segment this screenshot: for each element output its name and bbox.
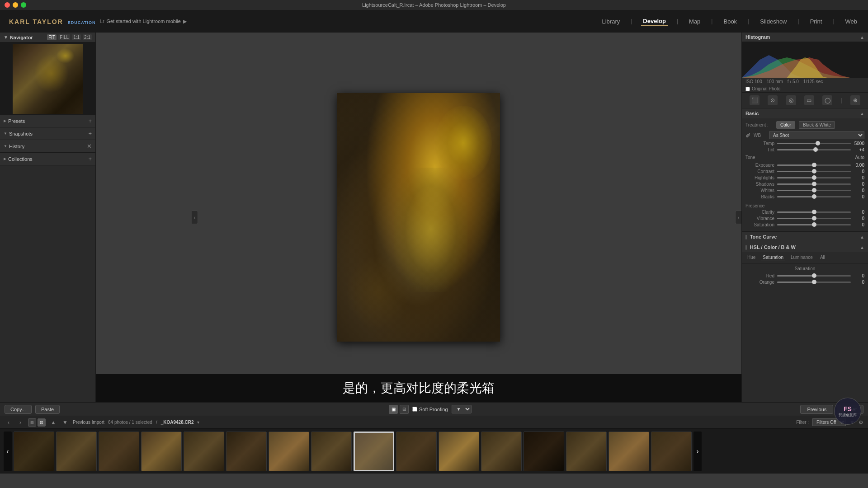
shadows-thumb[interactable] bbox=[812, 182, 816, 186]
minimize-button[interactable] bbox=[13, 2, 18, 8]
zoom-1to1[interactable]: 1:1 bbox=[72, 34, 81, 40]
exposure-thumb[interactable] bbox=[812, 163, 816, 167]
hsl-tab-hue[interactable]: Hue bbox=[745, 254, 757, 261]
window-controls[interactable] bbox=[5, 2, 26, 8]
tone-curve-header[interactable]: ▌ Tone Curve ▲ bbox=[742, 232, 868, 242]
bw-button[interactable]: Black & White bbox=[799, 121, 835, 129]
histogram-expand-icon[interactable]: ▲ bbox=[860, 35, 864, 40]
nav-web[interactable]: Web bbox=[844, 17, 859, 26]
previous-button[interactable]: Previous bbox=[800, 405, 833, 414]
vibrance-slider[interactable] bbox=[777, 218, 851, 219]
filmstrip-right-arrow[interactable]: › bbox=[693, 432, 702, 471]
original-photo-checkbox[interactable] bbox=[745, 87, 750, 91]
nav-library[interactable]: Library bbox=[600, 17, 622, 26]
color-button[interactable]: Color bbox=[776, 121, 795, 129]
thumb-item[interactable] bbox=[439, 432, 479, 471]
red-thumb[interactable] bbox=[812, 273, 816, 278]
compare-view-btn[interactable]: ⊟ bbox=[400, 405, 409, 414]
temp-thumb[interactable] bbox=[816, 141, 820, 145]
filmstrip-nav-down[interactable]: ▼ bbox=[61, 418, 69, 427]
presets-add-icon[interactable]: + bbox=[88, 117, 92, 124]
crop-tool[interactable]: ⬛ bbox=[750, 95, 760, 105]
highlights-thumb[interactable] bbox=[812, 175, 816, 180]
exposure-slider[interactable] bbox=[777, 164, 851, 166]
red-slider[interactable] bbox=[777, 275, 851, 277]
blacks-slider[interactable] bbox=[777, 196, 851, 197]
filmstrip-nav-up[interactable]: ▲ bbox=[49, 418, 57, 427]
paste-button[interactable]: Paste bbox=[35, 405, 60, 414]
collections-header[interactable]: ▶ Collections + bbox=[0, 153, 95, 165]
single-view-btn[interactable]: ▣ bbox=[389, 405, 398, 414]
vibrance-thumb[interactable] bbox=[812, 216, 816, 221]
filmstrip-prev-nav[interactable]: ‹ bbox=[5, 418, 13, 427]
tint-thumb[interactable] bbox=[813, 147, 818, 152]
presets-header[interactable]: ▶ Presets + bbox=[0, 115, 95, 127]
zoom-fit[interactable]: FIT bbox=[47, 34, 57, 40]
history-close-icon[interactable]: ✕ bbox=[87, 143, 92, 150]
filmstrip-settings-btn[interactable]: ⚙ bbox=[859, 419, 863, 426]
temp-slider[interactable] bbox=[777, 143, 851, 144]
whites-slider[interactable] bbox=[777, 190, 851, 191]
snapshots-add-icon[interactable]: + bbox=[88, 130, 92, 137]
basic-section-header[interactable]: Basic ▲ bbox=[742, 108, 868, 118]
filmstrip-filename[interactable]: _KOA9428.CR2 bbox=[161, 420, 194, 425]
thumb-item[interactable] bbox=[14, 432, 54, 471]
hsl-tab-saturation[interactable]: Saturation bbox=[761, 254, 785, 261]
soft-proofing-checkbox[interactable] bbox=[412, 407, 417, 412]
wb-dropdown[interactable]: As Shot bbox=[769, 131, 864, 139]
navigator-preview[interactable] bbox=[0, 42, 95, 115]
thumb-item-selected[interactable] bbox=[354, 432, 394, 471]
filmstrip-filename-dropdown[interactable]: ▾ bbox=[197, 420, 199, 425]
copy-button[interactable]: Copy... bbox=[5, 405, 32, 414]
tone-auto[interactable]: Auto bbox=[855, 155, 864, 160]
filmstrip-grid-btn[interactable]: ⊞ bbox=[28, 418, 36, 427]
highlights-slider[interactable] bbox=[777, 177, 851, 178]
collections-add-icon[interactable]: + bbox=[88, 155, 92, 162]
thumb-item[interactable] bbox=[524, 432, 564, 471]
thumb-item[interactable] bbox=[184, 432, 224, 471]
hsl-header[interactable]: ▌ HSL / Color / B & W ▲ bbox=[742, 242, 868, 252]
nav-print[interactable]: Print bbox=[808, 17, 824, 26]
filmstrip-left-arrow[interactable]: ‹ bbox=[4, 432, 12, 471]
saturation-thumb[interactable] bbox=[812, 222, 816, 227]
thumb-item[interactable] bbox=[56, 432, 97, 471]
contrast-slider[interactable] bbox=[777, 171, 851, 172]
tint-slider[interactable] bbox=[777, 149, 851, 150]
wb-eyedropper[interactable]: ✐ bbox=[745, 132, 751, 139]
maximize-button[interactable] bbox=[21, 2, 26, 8]
saturation-slider[interactable] bbox=[777, 224, 851, 225]
orange-slider[interactable] bbox=[777, 282, 851, 283]
close-button[interactable] bbox=[5, 2, 10, 8]
thumb-item[interactable] bbox=[226, 432, 267, 471]
zoom-fill[interactable]: FILL bbox=[58, 34, 70, 40]
nav-book[interactable]: Book bbox=[722, 17, 739, 26]
spot-removal-tool[interactable]: ⊙ bbox=[768, 95, 778, 105]
thumb-item[interactable] bbox=[141, 432, 182, 471]
thumb-item[interactable] bbox=[99, 432, 139, 471]
filmstrip-loupe-btn[interactable]: ⊡ bbox=[38, 418, 46, 427]
orange-thumb[interactable] bbox=[812, 280, 816, 284]
redeye-tool[interactable]: ◎ bbox=[786, 95, 796, 105]
navigator-collapse-icon[interactable]: ▼ bbox=[4, 35, 8, 40]
whites-thumb[interactable] bbox=[812, 188, 816, 192]
blacks-thumb[interactable] bbox=[812, 194, 816, 199]
nav-develop[interactable]: Develop bbox=[641, 17, 668, 26]
adjustment-brush-tool[interactable]: ⊕ bbox=[850, 95, 860, 105]
graduated-filter-tool[interactable]: ▭ bbox=[804, 95, 814, 105]
nav-map[interactable]: Map bbox=[687, 17, 702, 26]
history-header[interactable]: ▼ History ✕ bbox=[0, 140, 95, 152]
thumb-item[interactable] bbox=[651, 432, 692, 471]
thumb-item[interactable] bbox=[396, 432, 437, 471]
develop-options-dropdown[interactable]: ▼ bbox=[452, 405, 472, 413]
contrast-thumb[interactable] bbox=[812, 169, 816, 174]
hsl-tab-luminance[interactable]: Luminance bbox=[789, 254, 815, 261]
clarity-thumb[interactable] bbox=[812, 210, 816, 214]
hsl-tab-all[interactable]: All bbox=[818, 254, 827, 261]
mobile-prompt[interactable]: Lr Get started with Lightroom mobile ▶ bbox=[100, 19, 187, 24]
soft-proofing-toggle[interactable]: Soft Proofing bbox=[412, 407, 448, 412]
right-panel-collapse-tab[interactable]: › bbox=[735, 211, 741, 224]
snapshots-header[interactable]: ▼ Snapshots + bbox=[0, 127, 95, 140]
thumb-item[interactable] bbox=[311, 432, 352, 471]
thumb-item[interactable] bbox=[566, 432, 607, 471]
zoom-2to1[interactable]: 2:1 bbox=[83, 34, 92, 40]
